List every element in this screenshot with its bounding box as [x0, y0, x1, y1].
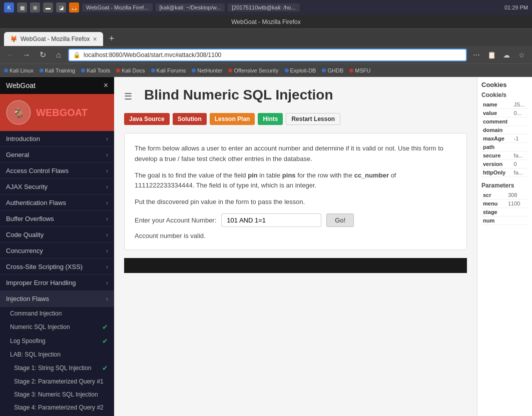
- bookmark-kali-forums[interactable]: Kali Forums: [151, 68, 186, 74]
- bookmark-kali-forums-label: Kali Forums: [157, 68, 186, 74]
- bookmark-page-button[interactable]: ⋯: [470, 48, 483, 62]
- table-row: scr308: [481, 191, 528, 200]
- hamburger-button[interactable]: ☰: [124, 88, 132, 102]
- content-box: The form below allows a user to enter an…: [124, 133, 467, 250]
- param-menu-val: 1100: [506, 200, 528, 208]
- sidebar-item-ajax-label: AJAX Security: [6, 183, 48, 190]
- taskbar-tab-firefox[interactable]: WebGoat - Mozilla Firef...: [82, 4, 153, 12]
- chevron-right-icon: ›: [106, 232, 108, 238]
- hints-button[interactable]: Hints: [258, 113, 283, 125]
- reader-view-button[interactable]: 📋: [485, 48, 498, 62]
- check-icon-stage1: ✔: [102, 364, 108, 372]
- bookmark-kali-docs-icon: [116, 68, 120, 72]
- lesson-plan-button[interactable]: Lesson Plan: [210, 113, 255, 125]
- bookmark-kali-training-label: Kali Training: [45, 68, 76, 74]
- firefox-icon[interactable]: 🦊: [69, 2, 79, 12]
- taskbar-tab-terminal1[interactable]: [kali@kali: ~/Desktop/w...: [156, 4, 225, 12]
- cookie-maxage-val: -1: [512, 134, 528, 143]
- solution-button[interactable]: Solution: [173, 113, 207, 125]
- browser-tabs: 🦊 WebGoat - Mozilla Firefox × +: [0, 29, 532, 46]
- chevron-right-icon: ›: [106, 248, 108, 254]
- description3: Put the discovered pin value in the form…: [135, 197, 456, 208]
- sidebar-item-xss[interactable]: Cross-Site Scripting (XSS) ›: [0, 259, 114, 275]
- bookmark-msfu-icon: [349, 68, 353, 72]
- cookie-httponly-key: httpOnly: [481, 168, 512, 177]
- sidebar-close-button[interactable]: ×: [104, 81, 108, 90]
- main-content: ☰ Blind Numeric SQL Injection Java Sourc…: [114, 77, 477, 416]
- taskbar-tab-terminal2[interactable]: [20175110wtb@kali: /ho...: [228, 4, 299, 12]
- go-button[interactable]: Go!: [326, 214, 354, 227]
- tab-close-button[interactable]: ×: [93, 36, 97, 42]
- params-section: Parameters scr308 menu1100 stage num: [481, 182, 528, 225]
- browser-nav: ← → ↻ ⌂ 🔒 localhost:8080/WebGoat/start.m…: [0, 46, 532, 64]
- chevron-right-icon: ›: [106, 136, 108, 142]
- browser-titlebar: WebGoat - Mozilla Firefox: [0, 15, 532, 29]
- bookmark-msfu[interactable]: MSFU: [349, 68, 370, 74]
- java-source-button[interactable]: Java Source: [124, 113, 170, 125]
- home-button[interactable]: ⌂: [52, 48, 65, 62]
- cookie-maxage-key: maxAge: [481, 134, 512, 143]
- taskbar-time: 01:29 PM: [504, 4, 528, 10]
- param-num-key: num: [481, 216, 506, 225]
- taskbar: K ▦ ⊞ ▬ ◪ 🦊 WebGoat - Mozilla Firef... […: [0, 0, 532, 15]
- star-button[interactable]: ☆: [515, 48, 528, 62]
- sidebar-item-general[interactable]: General ›: [0, 147, 114, 163]
- sidebar-item-auth-flaws[interactable]: Authentication Flaws ›: [0, 195, 114, 211]
- content-area: ☰ Blind Numeric SQL Injection Java Sourc…: [114, 77, 532, 416]
- active-tab[interactable]: 🦊 WebGoat - Mozilla Firefox ×: [4, 32, 103, 46]
- table-row: maxAge-1: [481, 134, 528, 143]
- taskbar-app1[interactable]: ▦: [17, 2, 27, 12]
- sidebar-item-concurrency[interactable]: Concurrency ›: [0, 243, 114, 259]
- cookies-section: Cookie/s nameJS... value0... comment dom…: [481, 92, 528, 177]
- bookmark-exploit-db-icon: [285, 68, 289, 72]
- bookmark-kali-training[interactable]: Kali Training: [40, 68, 76, 74]
- taskbar-app3[interactable]: ▬: [43, 2, 53, 12]
- taskbar-app2[interactable]: ⊞: [30, 2, 40, 12]
- restart-lesson-button[interactable]: Restart Lesson: [286, 113, 340, 125]
- back-button[interactable]: ←: [4, 48, 17, 62]
- sidebar-subitem-string-sql[interactable]: String SQL Injection ✔: [0, 414, 114, 416]
- sidebar-header: WebGoat ×: [0, 77, 114, 94]
- cookie-domain-val: [512, 126, 528, 134]
- cookie-comment-val: [512, 118, 528, 126]
- address-text: localhost:8080/WebGoat/start.mvc#attack/…: [84, 52, 462, 58]
- bookmark-ghdb[interactable]: GHDB: [322, 68, 343, 74]
- taskbar-app4[interactable]: ◪: [56, 2, 66, 12]
- account-number-input[interactable]: [221, 214, 321, 227]
- sidebar-item-buffer-overflows[interactable]: Buffer Overflows ›: [0, 211, 114, 227]
- new-tab-button[interactable]: +: [105, 32, 119, 46]
- bookmark-offensive-security[interactable]: Offensive Security: [228, 68, 278, 74]
- forward-button[interactable]: →: [20, 48, 33, 62]
- reload-button[interactable]: ↻: [36, 48, 49, 62]
- sidebar-item-code-quality[interactable]: Code Quality ›: [0, 227, 114, 243]
- sidebar-subitem-log-spoofing[interactable]: Log Spoofing ✔: [0, 334, 114, 348]
- sidebar-subitem-stage3-numeric[interactable]: Stage 3: Numeric SQL Injection: [0, 388, 114, 401]
- bookmark-kali-tools[interactable]: Kali Tools: [81, 68, 110, 74]
- sidebar-item-ajax[interactable]: AJAX Security ›: [0, 179, 114, 195]
- sidebar-subitem-stage1-string[interactable]: Stage 1: String SQL Injection ✔: [0, 361, 114, 375]
- pocket-button[interactable]: ☁: [500, 48, 513, 62]
- action-buttons: Java Source Solution Lesson Plan Hints R…: [124, 113, 467, 125]
- sidebar-subitem-command-injection[interactable]: Command Injection: [0, 307, 114, 320]
- sidebar-item-injection-flaws-label: Injection Flaws: [6, 295, 49, 302]
- sidebar-item-introduction[interactable]: Introduction ›: [0, 131, 114, 147]
- sidebar-subitem-stage2-parameterized-label: Stage 2: Parameterized Query #1: [14, 378, 104, 385]
- sidebar-item-improper-error[interactable]: Improper Error Handling ›: [0, 275, 114, 291]
- sidebar-item-injection-flaws[interactable]: Injection Flaws ›: [0, 291, 114, 307]
- sidebar-subitem-numeric-sql[interactable]: Numeric SQL Injection ✔: [0, 320, 114, 334]
- kali-icon[interactable]: K: [4, 2, 14, 12]
- sidebar-item-access-control[interactable]: Access Control Flaws ›: [0, 163, 114, 179]
- page-title: ☰ Blind Numeric SQL Injection: [124, 87, 467, 103]
- bookmark-exploit-db[interactable]: Exploit-DB: [285, 68, 316, 74]
- page-title-text: Blind Numeric SQL Injection: [144, 87, 333, 103]
- param-scr-val: 308: [506, 191, 528, 200]
- bookmark-kali-linux[interactable]: Kali Linux: [4, 68, 34, 74]
- check-icon-log-spoofing: ✔: [102, 337, 108, 345]
- sidebar-subitem-stage2-parameterized[interactable]: Stage 2: Parameterized Query #1: [0, 375, 114, 388]
- sidebar-subitem-lab-sql[interactable]: LAB: SQL Injection: [0, 348, 114, 361]
- lock-icon: 🔒: [73, 52, 81, 58]
- sidebar-subitem-stage4-parameterized[interactable]: Stage 4: Parameterized Query #2: [0, 401, 114, 414]
- bookmark-kali-docs[interactable]: Kali Docs: [116, 68, 145, 74]
- address-bar[interactable]: 🔒 localhost:8080/WebGoat/start.mvc#attac…: [68, 48, 467, 62]
- bookmark-nethunter[interactable]: NetHunter: [192, 68, 222, 74]
